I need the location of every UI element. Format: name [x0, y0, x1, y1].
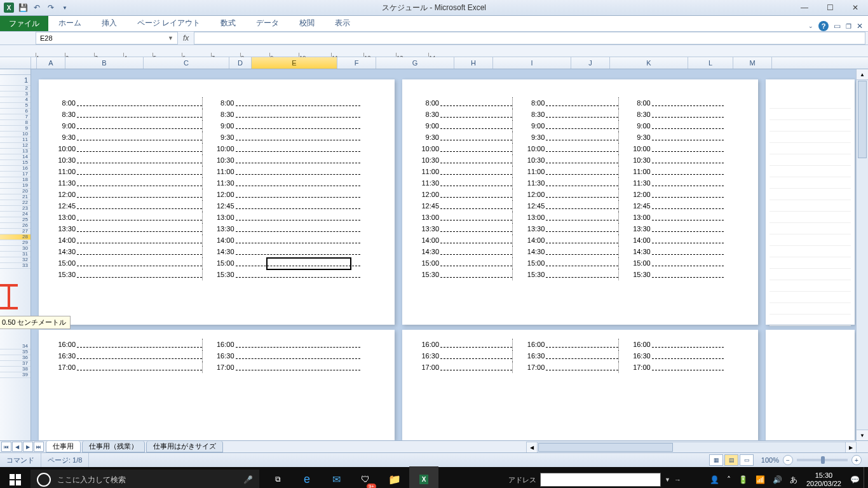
sheet-nav-prev-icon[interactable]: ◀	[12, 442, 22, 452]
tab-insert[interactable]: 挿入	[92, 15, 127, 31]
tab-data[interactable]: データ	[246, 15, 289, 31]
maximize-button[interactable]: ☐	[817, 0, 843, 15]
fx-icon[interactable]: fx	[178, 34, 194, 43]
name-box[interactable]: E28 ▼	[36, 32, 178, 44]
ime-icon[interactable]: あ	[786, 475, 801, 485]
show-desktop-button[interactable]	[864, 467, 868, 488]
tab-formulas[interactable]: 数式	[210, 15, 246, 31]
mic-icon[interactable]: 🎤	[243, 475, 253, 484]
ribbon-collapse-icon[interactable]: ⌄	[808, 23, 813, 29]
tray-clock[interactable]: 15:30 2020/03/22	[801, 471, 846, 488]
sheet-nav-next-icon[interactable]: ▶	[23, 442, 33, 452]
notifications-icon[interactable]: 💬	[846, 475, 864, 484]
volume-icon[interactable]: 🔊	[769, 475, 786, 484]
redo-icon[interactable]: ↷	[46, 3, 56, 13]
explorer-icon[interactable]: 📁	[380, 466, 409, 488]
col-header-C[interactable]: C	[144, 57, 229, 69]
col-header-K[interactable]: K	[610, 57, 688, 69]
sheet-nav-last-icon[interactable]: ⏭	[34, 442, 44, 452]
sheet-tab-1[interactable]: 仕事用	[46, 441, 81, 452]
address-input[interactable]	[540, 473, 661, 487]
mail-icon[interactable]: ✉	[322, 466, 351, 488]
people-icon[interactable]: 👤	[706, 475, 723, 484]
view-page-break-icon[interactable]: ▭	[740, 454, 754, 466]
task-view-icon[interactable]: ⧉	[263, 466, 292, 488]
excel-taskbar-icon[interactable]: X	[409, 466, 438, 488]
tab-review[interactable]: 校閲	[289, 15, 325, 31]
scroll-down-icon[interactable]: ▼	[857, 430, 868, 440]
horizontal-ruler[interactable]: 1234567891011121314	[0, 45, 868, 57]
vertical-scrollbar[interactable]: ▲ ▼	[856, 69, 868, 440]
view-page-layout-icon[interactable]: ▤	[724, 454, 738, 466]
name-box-dropdown-icon[interactable]: ▼	[168, 35, 173, 41]
sheet-nav-first-icon[interactable]: ⏮	[1, 442, 11, 452]
restore-window-icon[interactable]: ❐	[846, 23, 851, 30]
zoom-in-button[interactable]: +	[851, 455, 862, 465]
tray-up-icon[interactable]: ˄	[723, 475, 735, 484]
row-header-39[interactable]: 39	[0, 372, 31, 378]
time-cell: 11:30	[212, 179, 236, 187]
file-tab[interactable]: ファイル	[0, 16, 48, 31]
tab-home[interactable]: ホーム	[48, 15, 92, 31]
time-cell: 11:30	[416, 179, 440, 187]
zoom-out-button[interactable]: −	[783, 455, 793, 465]
horizontal-scrollbar[interactable]: ◀ ▶	[526, 442, 857, 453]
col-header-M[interactable]: M	[733, 57, 772, 69]
window-options-icon[interactable]: ▭	[834, 22, 841, 30]
col-header-F[interactable]: F	[337, 57, 376, 69]
time-cell: 15:30	[53, 271, 77, 278]
sheet-tab-3[interactable]: 仕事用はがきサイズ	[146, 441, 223, 452]
zoom-slider[interactable]	[797, 459, 848, 461]
col-header-I[interactable]: I	[493, 57, 571, 69]
minimize-button[interactable]: ―	[792, 0, 817, 15]
col-header-D[interactable]: D	[229, 57, 252, 69]
scroll-up-icon[interactable]: ▲	[857, 69, 868, 80]
close-button[interactable]: ✕	[843, 0, 868, 15]
formula-input[interactable]	[194, 32, 865, 44]
schedule-line	[546, 191, 618, 198]
tab-view[interactable]: 表示	[325, 15, 360, 31]
tab-page-layout[interactable]: ページ レイアウト	[127, 15, 210, 31]
time-cell: 13:30	[212, 225, 236, 233]
margin-drag-handle[interactable]	[0, 284, 18, 309]
help-icon[interactable]: ?	[818, 21, 829, 31]
col-header-G[interactable]: G	[376, 57, 454, 69]
scroll-right-icon[interactable]: ▶	[845, 442, 856, 452]
status-page: ページ: 1/8	[41, 453, 89, 467]
schedule-line	[652, 271, 724, 278]
col-header-A[interactable]: A	[37, 57, 65, 69]
vscroll-thumb[interactable]	[858, 81, 867, 158]
col-header-H[interactable]: H	[454, 57, 493, 69]
row-header-33[interactable]: 33	[0, 263, 31, 269]
time-cell: 14:00	[522, 236, 546, 244]
save-icon[interactable]: 💾	[18, 3, 28, 13]
wifi-icon[interactable]: 📶	[752, 475, 769, 484]
hscroll-thumb[interactable]	[538, 443, 673, 452]
time-cell: 11:30	[522, 179, 546, 187]
row-header-1[interactable]: 1	[0, 75, 31, 86]
address-dropdown-icon[interactable]: ▼	[665, 477, 670, 483]
edge-icon[interactable]: e	[292, 466, 322, 488]
qat-dropdown-icon[interactable]: ▼	[60, 3, 70, 13]
undo-icon[interactable]: ↶	[32, 3, 42, 13]
battery-icon[interactable]: 🔋	[735, 475, 752, 484]
address-go-icon[interactable]: →	[674, 476, 681, 484]
scroll-left-icon[interactable]: ◀	[527, 442, 538, 452]
start-button[interactable]	[0, 467, 31, 488]
schedule-row: 16:3016:3016:30	[416, 350, 724, 362]
col-header-J[interactable]: J	[571, 57, 610, 69]
schedule-line	[77, 191, 202, 198]
select-all-button[interactable]	[0, 57, 31, 69]
col-header-B[interactable]: B	[65, 57, 144, 69]
taskbar-search[interactable]: ここに入力して検索 🎤	[31, 470, 259, 488]
page-layout-canvas[interactable]: 8:008:008:308:309:009:009:309:3010:0010:…	[31, 69, 868, 440]
sheet-tab-2[interactable]: 仕事用（残業）	[82, 441, 145, 452]
zoom-thumb[interactable]	[821, 456, 825, 464]
guard-icon[interactable]: 🛡9+	[351, 466, 380, 488]
schedule-row: 14:0014:00	[53, 234, 360, 246]
col-header-L[interactable]: L	[688, 57, 733, 69]
view-normal-icon[interactable]: ▦	[709, 454, 723, 466]
time-cell: 10:30	[53, 156, 77, 164]
col-header-E[interactable]: E	[252, 57, 337, 69]
close-workbook-icon[interactable]: ✕	[857, 22, 863, 30]
